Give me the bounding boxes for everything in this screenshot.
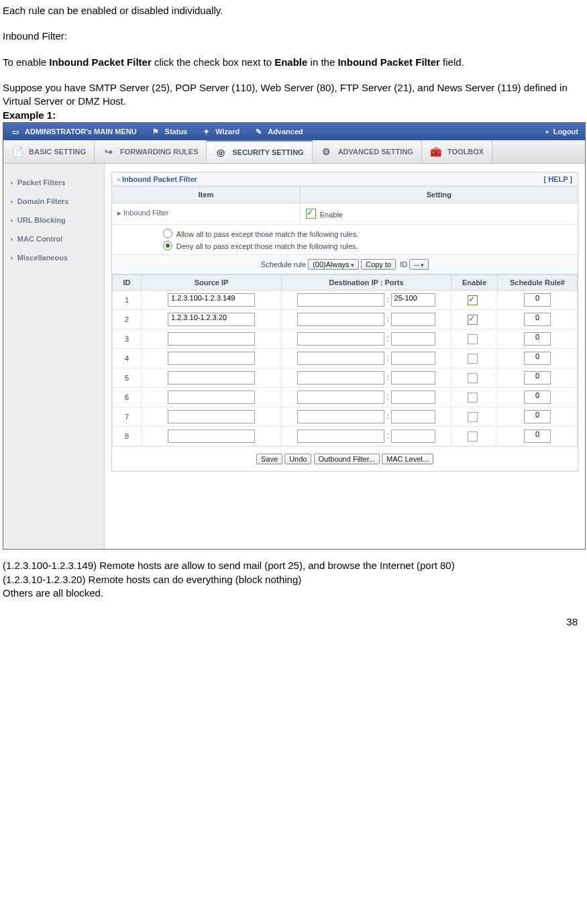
basic-icon: 📄: [11, 146, 23, 157]
table-row: 3 : 0: [113, 329, 578, 349]
table-row: 7 : 0: [113, 407, 578, 427]
tab-toolbox[interactable]: 🧰TOOLBOX: [422, 140, 492, 163]
ports-input[interactable]: [391, 332, 435, 346]
undo-button[interactable]: Undo: [284, 454, 311, 464]
menu-wizard[interactable]: ✦ Wizard: [194, 127, 246, 136]
example-1-heading: Example 1:: [3, 109, 584, 121]
source-ip-input[interactable]: 1.2.3.10-1.2.3.20: [168, 313, 255, 326]
source-ip-input[interactable]: [168, 391, 255, 404]
sidebar-item-domain-filters[interactable]: ●Domain Filters: [3, 192, 104, 211]
th-enable: Enable: [451, 275, 498, 291]
row-enable-checkbox[interactable]: [468, 412, 478, 422]
copy-to-button[interactable]: Copy to: [361, 259, 396, 270]
row-enable-checkbox[interactable]: [468, 315, 478, 325]
schedule-rule-select[interactable]: (00)Always: [308, 259, 359, 270]
security-sidebar: ●Packet Filters ●Domain Filters ●URL Blo…: [3, 164, 105, 549]
ports-input[interactable]: [391, 313, 435, 326]
table-row: 11.2.3.100-1.2.3.149 : 25-1000: [113, 291, 578, 310]
security-icon: ◎: [215, 147, 227, 158]
outbound-filter-button[interactable]: Outbound Filter...: [314, 454, 380, 464]
row-enable-checkbox[interactable]: [468, 295, 478, 305]
enable-checkbox[interactable]: [306, 209, 316, 219]
row-inbound-filter-label: ▸ Inbound Filter: [112, 203, 301, 224]
source-ip-input[interactable]: [168, 429, 255, 443]
bullet-icon: ●: [10, 217, 13, 223]
cell-id: 3: [113, 329, 142, 349]
bullet-icon: ●: [10, 199, 13, 205]
table-row: 4 : 0: [113, 349, 578, 368]
schedule-rule-input[interactable]: 0: [524, 410, 551, 423]
forward-icon: ↪: [103, 146, 115, 157]
cell-id: 1: [113, 291, 142, 310]
para-inbound-filter-label: Inbound Filter:: [3, 30, 584, 43]
ports-input[interactable]: [391, 391, 435, 404]
id-select[interactable]: --: [409, 259, 429, 270]
mac-level-button[interactable]: MAC Level...: [382, 454, 433, 464]
schedule-rule-input[interactable]: 0: [524, 352, 551, 365]
wizard-icon: ✦: [201, 127, 211, 136]
sidebar-item-miscellaneous[interactable]: ●Miscellaneous: [3, 248, 104, 267]
table-row: 5 : 0: [113, 368, 578, 388]
menu-logout[interactable]: ▸ Logout: [535, 127, 585, 136]
help-link[interactable]: [ HELP ]: [543, 175, 572, 183]
para-rule-toggle: Each rule can be enabled or disabled ind…: [3, 4, 584, 17]
dest-ip-input[interactable]: [297, 332, 384, 346]
ports-input[interactable]: [391, 352, 435, 365]
schedule-rule-input[interactable]: 0: [524, 293, 551, 307]
source-ip-input[interactable]: [168, 332, 255, 346]
row-enable-checkbox[interactable]: [468, 393, 478, 403]
tab-basic-setting[interactable]: 📄BASIC SETTING: [3, 140, 95, 163]
table-row: 21.2.3.10-1.2.3.20 : 0: [113, 310, 578, 329]
radio-deny-all[interactable]: [163, 241, 172, 250]
ports-input[interactable]: 25-100: [391, 293, 435, 307]
dest-ip-input[interactable]: [297, 410, 384, 423]
advanced-icon: ✎: [253, 127, 264, 136]
dest-ip-input[interactable]: [297, 352, 384, 365]
ports-input[interactable]: [391, 429, 435, 443]
sidebar-item-url-blocking[interactable]: ●URL Blocking: [3, 211, 104, 229]
radio-allow-all[interactable]: [163, 229, 172, 238]
bullet-icon: ●: [10, 255, 13, 261]
schedule-rule-input[interactable]: 0: [524, 313, 551, 326]
dest-ip-input[interactable]: [297, 371, 384, 384]
panel-title: ▫ Inbound Packet Filter: [117, 175, 197, 183]
menu-status[interactable]: ⚑ Status: [144, 127, 195, 136]
row-enable-checkbox[interactable]: [468, 334, 478, 344]
source-ip-input[interactable]: [168, 371, 255, 384]
row-enable-checkbox[interactable]: [468, 431, 478, 442]
th-dest-ip-ports: Destination IP : Ports: [282, 275, 451, 291]
ports-input[interactable]: [391, 371, 435, 384]
dest-ip-input[interactable]: [297, 293, 384, 307]
source-ip-input[interactable]: 1.2.3.100-1.2.3.149: [168, 293, 255, 307]
id-label: ID: [400, 260, 407, 268]
window-icon: ▭: [10, 127, 21, 136]
tab-security-setting[interactable]: ◎SECURITY SETTING: [207, 140, 312, 163]
source-ip-input[interactable]: [168, 352, 255, 365]
dest-ip-input[interactable]: [297, 313, 384, 326]
rules-table: ID Source IP Destination IP : Ports Enab…: [112, 274, 578, 446]
sidebar-item-mac-control[interactable]: ●MAC Control: [3, 229, 104, 248]
tab-advanced-setting[interactable]: ⚙ADVANCED SETTING: [313, 140, 422, 163]
sidebar-item-packet-filters[interactable]: ●Packet Filters: [3, 173, 104, 192]
row-enable-checkbox[interactable]: [468, 354, 478, 364]
tab-forwarding-rules[interactable]: ↪FORWARDING RULES: [95, 140, 207, 163]
source-ip-input[interactable]: [168, 410, 255, 423]
para-suppose-servers: Suppose you have SMTP Server (25), POP S…: [3, 81, 584, 109]
schedule-rule-input[interactable]: 0: [524, 371, 551, 384]
menu-advanced[interactable]: ✎ Advanced: [246, 127, 310, 136]
th-source-ip: Source IP: [142, 275, 282, 291]
schedule-rule-input[interactable]: 0: [524, 429, 551, 443]
dest-ip-input[interactable]: [297, 391, 384, 404]
save-button[interactable]: Save: [256, 454, 282, 464]
cell-id: 2: [113, 310, 142, 329]
row-enable-checkbox[interactable]: [468, 373, 478, 383]
schedule-rule-input[interactable]: 0: [524, 332, 551, 346]
ports-input[interactable]: [391, 410, 435, 423]
schedule-rule-input[interactable]: 0: [524, 391, 551, 404]
dest-ip-input[interactable]: [297, 429, 384, 443]
toolbox-icon: 🧰: [430, 146, 442, 157]
table-row: 6 : 0: [113, 388, 578, 407]
cell-id: 5: [113, 368, 142, 388]
para-range-1: (1.2.3.100-1.2.3.149) Remote hosts are a…: [3, 559, 584, 572]
col-setting: Setting: [301, 187, 578, 203]
